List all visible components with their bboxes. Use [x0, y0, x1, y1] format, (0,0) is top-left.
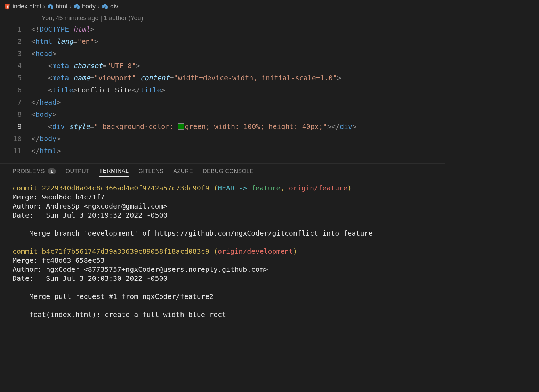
- code-content[interactable]: </html>: [31, 145, 61, 157]
- code-content[interactable]: </head>: [31, 96, 61, 108]
- code-line: 5 <meta name="viewport" content="width=d…: [0, 72, 445, 84]
- tab-gitlens[interactable]: GITLENS: [138, 168, 163, 177]
- tab-label: DEBUG CONSOLE: [203, 168, 254, 174]
- tab-problems[interactable]: PROBLEMS 1: [13, 168, 56, 177]
- panel-tabs: PROBLEMS 1 OUTPUT TERMINAL GITLENS AZURE…: [0, 164, 445, 180]
- breadcrumb-file[interactable]: 5 index.html: [4, 3, 41, 10]
- code-line: 9 <div style=" background-color: green; …: [0, 121, 445, 133]
- tab-output[interactable]: OUTPUT: [66, 168, 90, 177]
- breadcrumb-seg-div[interactable]: div: [102, 3, 118, 10]
- tab-debug-console[interactable]: DEBUG CONSOLE: [203, 168, 254, 177]
- code-line: 6 <title>Conflict Site</title>: [0, 84, 445, 96]
- breadcrumb-seg-html[interactable]: html: [47, 3, 67, 10]
- code-line: 7 </head>: [0, 96, 445, 108]
- terminal-output[interactable]: commit 2229340d8a04c8c366ad4e0f9742a57c7…: [0, 180, 445, 322]
- breadcrumb-seg-body[interactable]: body: [74, 3, 96, 10]
- symbol-icon: [102, 3, 108, 10]
- tab-azure[interactable]: AZURE: [173, 168, 193, 177]
- line-number: 3: [0, 48, 31, 60]
- code-content[interactable]: <head>: [31, 48, 56, 60]
- tab-label: AZURE: [173, 168, 193, 174]
- problems-count-badge: 1: [48, 168, 56, 174]
- line-number: 2: [0, 35, 31, 48]
- tab-label: PROBLEMS: [13, 168, 45, 174]
- line-number: 5: [0, 72, 31, 84]
- code-content[interactable]: <html lang="en">: [31, 35, 98, 48]
- code-content[interactable]: <meta charset="UTF-8">: [31, 60, 140, 72]
- line-number: 10: [0, 133, 31, 145]
- line-number: 1: [0, 23, 31, 35]
- bottom-panel: PROBLEMS 1 OUTPUT TERMINAL GITLENS AZURE…: [0, 163, 445, 322]
- svg-text:5: 5: [7, 5, 8, 8]
- code-editor[interactable]: 1 <!DOCTYPE html> 2 <html lang="en"> 3 <…: [0, 23, 445, 157]
- code-content[interactable]: <meta name="viewport" content="width=dev…: [31, 72, 341, 84]
- code-line: 3 <head>: [0, 48, 445, 60]
- code-content[interactable]: <body>: [31, 108, 56, 121]
- code-content[interactable]: <title>Conflict Site</title>: [31, 84, 165, 96]
- color-swatch-icon: [178, 123, 184, 130]
- tab-terminal[interactable]: TERMINAL: [99, 168, 129, 177]
- git-blame-annotation: You, 45 minutes ago | 1 author (You): [0, 13, 445, 23]
- symbol-icon: [74, 3, 80, 10]
- breadcrumb-file-label: index.html: [13, 3, 41, 10]
- breadcrumb-seg-label: html: [56, 3, 67, 10]
- code-line: 4 <meta charset="UTF-8">: [0, 60, 445, 72]
- code-line: 1 <!DOCTYPE html>: [0, 23, 445, 35]
- chevron-right-icon: ›: [43, 3, 45, 10]
- line-number: 7: [0, 96, 31, 108]
- html-file-icon: 5: [4, 3, 10, 10]
- code-line: 2 <html lang="en">: [0, 35, 445, 48]
- chevron-right-icon: ›: [98, 3, 100, 10]
- symbol-icon: [47, 3, 54, 10]
- code-content[interactable]: </body>: [31, 133, 61, 145]
- line-number: 6: [0, 84, 31, 96]
- line-number: 9: [0, 121, 31, 133]
- line-number: 8: [0, 108, 31, 121]
- code-content[interactable]: <div style=" background-color: green; wi…: [31, 121, 356, 133]
- code-line: 8 <body>: [0, 108, 445, 121]
- chevron-right-icon: ›: [70, 3, 72, 10]
- breadcrumb-seg-label: body: [82, 3, 96, 10]
- tab-label: TERMINAL: [99, 168, 129, 174]
- tab-label: OUTPUT: [66, 168, 90, 174]
- code-content[interactable]: <!DOCTYPE html>: [31, 23, 94, 35]
- tab-label: GITLENS: [138, 168, 163, 174]
- line-number: 11: [0, 145, 31, 157]
- code-line: 11 </html>: [0, 145, 445, 157]
- code-line: 10 </body>: [0, 133, 445, 145]
- line-number: 4: [0, 60, 31, 72]
- breadcrumb[interactable]: 5 index.html › html › body › div: [0, 0, 445, 13]
- breadcrumb-seg-label: div: [110, 3, 118, 10]
